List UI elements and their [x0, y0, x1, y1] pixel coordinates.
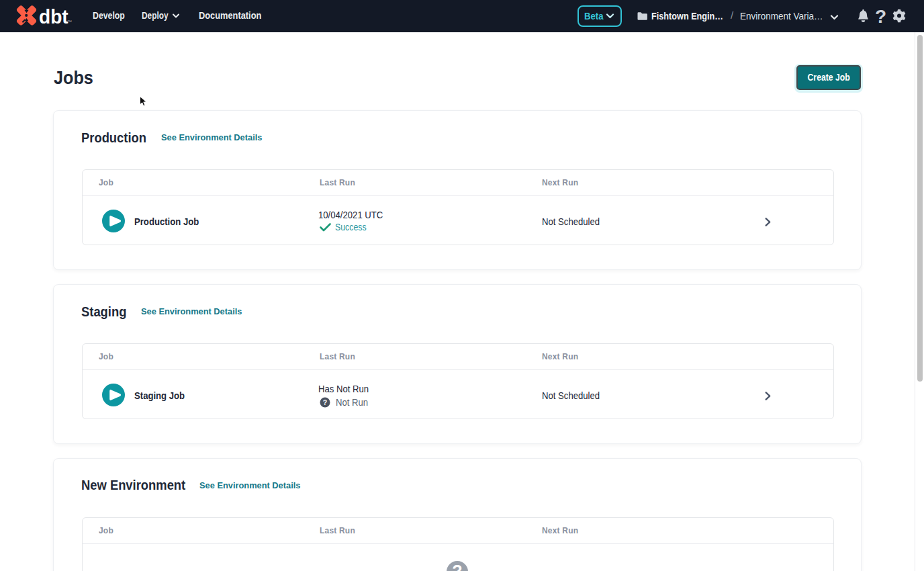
svg-text:?: ? [323, 398, 327, 406]
svg-text:?: ? [452, 562, 462, 571]
